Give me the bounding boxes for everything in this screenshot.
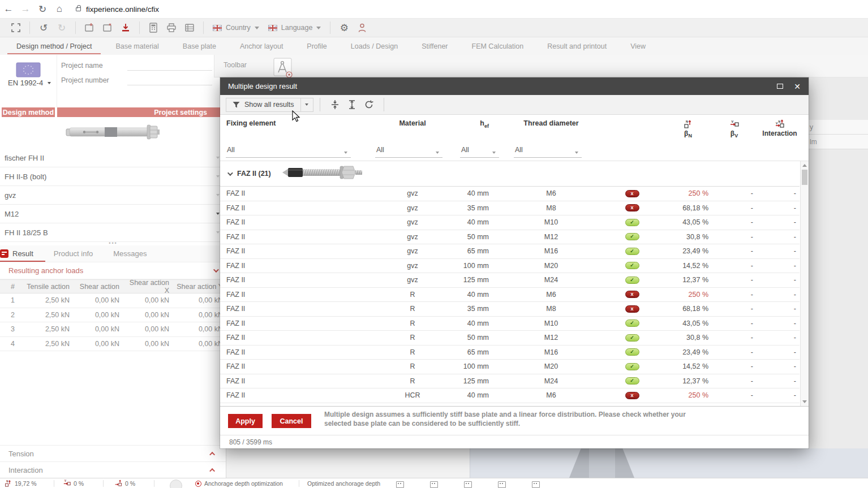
col-beta-n[interactable]: N βN (668, 119, 708, 139)
tab-view[interactable]: View (618, 37, 658, 55)
optimized-depth-option[interactable]: Optimized anchorage depth (307, 478, 380, 488)
country-select[interactable]: Country (208, 20, 264, 35)
table-row[interactable]: FAZ IIR50 mmM12✓30,8 %-- (220, 331, 800, 346)
layout-panel-icon[interactable] (464, 481, 472, 488)
tab-fem-calculation[interactable]: FEM Calculation (460, 37, 536, 55)
selector-value: FH II 18/25 B (5, 228, 48, 237)
shear-load-icon: V (63, 480, 71, 488)
row-height-icon[interactable] (343, 97, 360, 112)
table-row[interactable]: FAZ IIgvz35 mmM8x68,18 %-- (220, 201, 800, 216)
group-header-row[interactable]: FAZ II (21) (220, 161, 800, 187)
layout-panel-icon[interactable] (430, 481, 438, 488)
table-row[interactable]: FAZ IIR40 mmM6x250 %-- (220, 288, 800, 303)
col-interaction[interactable]: NV Interaction (760, 119, 800, 137)
filter-value: All (515, 146, 523, 154)
anchorage-optimization-option[interactable]: Anchorage depth optimization (195, 478, 283, 488)
settings-gear-icon[interactable]: ⚙ (335, 20, 353, 35)
resulting-anchor-loads-header[interactable]: Resulting anchor loads (0, 262, 226, 279)
table-row[interactable]: FAZ IIgvz40 mmM10✓43,05 %-- (220, 215, 800, 230)
layout-panel-icon[interactable] (396, 481, 404, 488)
user-icon[interactable] (353, 20, 371, 35)
table-row[interactable]: FAZ IIR100 mmM20✓14,52 %-- (220, 360, 800, 374)
tab-stiffener[interactable]: Stiffener (410, 37, 459, 55)
table-row[interactable]: FAZ IIgvz40 mmM6x250 %-- (220, 187, 800, 201)
filter-dropdown-1[interactable]: All (375, 143, 442, 158)
forward-icon[interactable]: → (17, 3, 34, 15)
back-icon[interactable]: ← (0, 3, 17, 15)
filter-dropdown-0[interactable]: All (226, 143, 351, 158)
report-icon[interactable] (181, 20, 199, 35)
filter-dropdown-2[interactable]: All (460, 143, 499, 158)
cancel-button[interactable]: Cancel (272, 414, 311, 428)
selector-fh-ii-18-25-b[interactable]: FH II 18/25 B (0, 223, 226, 242)
table-row[interactable]: FAZ IIR125 mmM24✓12,37 %-- (220, 374, 800, 389)
tab-base-material[interactable]: Base material (104, 37, 170, 55)
splitter-handle[interactable]: ••• (0, 241, 226, 245)
loads-row[interactable]: 32,50 kN0,00 kN0,00 kN0,00 kN (0, 322, 226, 337)
optimization-toggle[interactable] (170, 480, 182, 488)
tab-result-and-printout[interactable]: Result and printout (535, 37, 618, 55)
redo-icon[interactable]: ↻ (53, 20, 71, 35)
design-code-select[interactable]: EN 1992-4 (8, 79, 51, 87)
vertical-scrollbar[interactable] (800, 161, 809, 406)
country-label: Country (226, 24, 251, 32)
refresh-icon[interactable] (360, 97, 377, 112)
tab-result[interactable]: Result (0, 249, 33, 258)
filter-dropdown-button[interactable] (301, 98, 313, 112)
col-thread-diameter[interactable]: Thread diameter (506, 119, 596, 139)
close-icon[interactable]: ✕ (794, 83, 801, 90)
col-material[interactable]: Material (373, 119, 452, 139)
maximize-icon[interactable] (777, 84, 783, 89)
collapse-rows-icon[interactable] (326, 97, 343, 112)
tab-product-info[interactable]: Product info (54, 249, 93, 258)
table-row[interactable]: FAZ IIgvz100 mmM20✓14,52 %-- (220, 259, 800, 274)
cell-material: R (373, 291, 452, 299)
tab-messages[interactable]: Messages (113, 249, 147, 258)
table-row[interactable]: FAZ IIgvz65 mmM16✓23,49 %-- (220, 244, 800, 259)
loads-row[interactable]: 22,50 kN0,00 kN0,00 kN0,00 kN (0, 308, 226, 323)
selector-fischer-fh-ii[interactable]: fischer FH II (0, 149, 226, 167)
language-select[interactable]: Language (264, 20, 326, 35)
selector-fh-ii-b-bolt[interactable]: FH II-B (bolt) (0, 167, 226, 186)
project-number-input[interactable] (127, 74, 212, 85)
new-project-icon[interactable] (80, 20, 98, 35)
tab-design-method-project[interactable]: Design method / Project (5, 37, 104, 55)
save-icon[interactable] (117, 20, 135, 35)
tab-profile[interactable]: Profile (295, 37, 338, 55)
table-row[interactable]: FAZ IIgvz50 mmM12✓30,8 %-- (220, 230, 800, 245)
project-name-input[interactable] (127, 59, 212, 71)
layout-panel-icon[interactable] (498, 481, 506, 488)
selector-m12[interactable]: M12 (0, 205, 226, 223)
reload-icon[interactable]: ↻ (34, 3, 51, 15)
section-interaction[interactable]: Interaction (0, 461, 226, 478)
table-row[interactable]: FAZ IIR35 mmM8x68,18 %-- (220, 302, 800, 317)
open-project-icon[interactable] (98, 20, 117, 35)
home-icon[interactable]: ⌂ (51, 3, 68, 15)
cell-fixing-element: FAZ II (220, 233, 373, 241)
show-all-results-button[interactable]: Show all results (226, 98, 301, 112)
apply-button[interactable]: Apply (228, 414, 263, 428)
col-beta-v[interactable]: V βV (708, 119, 760, 139)
table-row[interactable]: FAZ IIR40 mmM10✓43,05 %-- (220, 317, 800, 331)
loads-row[interactable]: 12,50 kN0,00 kN0,00 kN0,00 kN (0, 293, 226, 308)
printer-icon[interactable] (162, 20, 181, 35)
selector-gvz[interactable]: gvz (0, 186, 226, 205)
tab-anchor-layout[interactable]: Anchor layout (228, 37, 295, 55)
layout-panel-icon[interactable] (532, 481, 540, 488)
svg-text:V: V (65, 480, 66, 482)
loads-row[interactable]: 42,50 kN0,00 kN0,00 kN0,00 kN (0, 337, 226, 352)
filter-dropdown-3[interactable]: All (514, 143, 582, 158)
tab-base-plate[interactable]: Base plate (171, 37, 228, 55)
col-hef[interactable]: hef (452, 119, 506, 139)
section-tension[interactable]: Tension (0, 445, 226, 461)
address-bar[interactable]: fixperience.online/cfix (76, 5, 159, 14)
table-row[interactable]: FAZ IIR65 mmM16✓23,49 %-- (220, 346, 800, 360)
cell-fixing-element: FAZ II (220, 262, 373, 270)
calculator-icon[interactable] (144, 20, 162, 35)
table-row[interactable]: FAZ IIgvz125 mmM24✓12,37 %-- (220, 273, 800, 288)
cell-interaction: - (760, 305, 800, 313)
undo-icon[interactable]: ↺ (35, 20, 53, 35)
tab-loads-design[interactable]: Loads / Design (339, 37, 410, 55)
fullscreen-icon[interactable] (7, 20, 25, 35)
table-row[interactable]: FAZ IIHCR40 mmM6x250 %-- (220, 388, 800, 403)
